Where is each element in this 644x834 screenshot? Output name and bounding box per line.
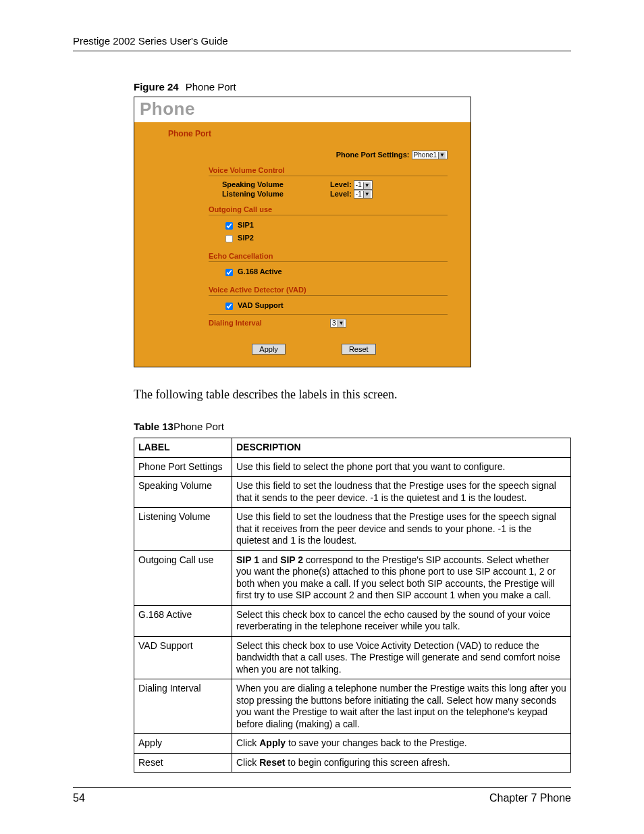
table-row: Phone Port SettingsUse this field to sel… <box>134 457 571 477</box>
table-caption: Table 13Phone Port <box>134 421 571 432</box>
speaking-volume-value: -1 <box>356 181 362 188</box>
table-row: VAD SupportSelect this check box to use … <box>134 636 571 679</box>
section-voice-volume-control: Voice Volume Control <box>209 166 460 174</box>
table-row: Outgoing Call useSIP 1 and SIP 2 corresp… <box>134 550 571 605</box>
table-title: Phone Port <box>173 421 224 432</box>
sip2-checkbox[interactable] <box>225 235 233 242</box>
dialing-interval-select[interactable]: 3▼ <box>330 319 346 328</box>
listening-volume-value: -1 <box>356 190 362 198</box>
table-phone-port: LABEL DESCRIPTION Phone Port SettingsUse… <box>134 438 571 773</box>
divider <box>209 215 448 215</box>
page-footer: 54 Chapter 7 Phone <box>73 787 571 804</box>
sip2-label: SIP2 <box>238 234 254 242</box>
figure-phone-port: Phone Phone Port Phone Port Settings: Ph… <box>134 97 471 367</box>
phone-port-settings-value: Phone1 <box>414 151 437 159</box>
sip1-label: SIP1 <box>238 221 254 229</box>
apply-button[interactable]: Apply <box>252 344 286 355</box>
section-phone-port: Phone Port <box>168 129 460 138</box>
table-cell-description: Click Reset to begin configuring this sc… <box>232 753 571 773</box>
running-header: Prestige 2002 Series User's Guide <box>73 35 571 51</box>
phone-port-settings-select[interactable]: Phone1▼ <box>412 151 448 159</box>
g168-label: G.168 Active <box>238 267 282 276</box>
speaking-volume-select[interactable]: -1▼ <box>354 180 373 189</box>
table-cell-description: SIP 1 and SIP 2 correspond to the Presti… <box>232 550 571 605</box>
table-cell-label: VAD Support <box>134 636 232 679</box>
divider <box>209 176 448 176</box>
table-row: ApplyClick Apply to save your changes ba… <box>134 734 571 754</box>
table-cell-label: Phone Port Settings <box>134 457 232 477</box>
figure-label: Figure 24 <box>134 81 179 93</box>
table-row: G.168 ActiveSelect this check box to can… <box>134 605 571 636</box>
chevron-down-icon: ▼ <box>438 152 446 159</box>
phone-port-settings-label: Phone Port Settings: <box>336 151 410 159</box>
section-vad: Voice Active Detector (VAD) <box>209 286 460 294</box>
table-cell-label: Apply <box>134 734 232 754</box>
figure-page-title: Phone <box>134 97 471 120</box>
table-cell-label: G.168 Active <box>134 605 232 636</box>
table-cell-description: Use this field to select the phone port … <box>232 457 571 477</box>
table-cell-description: Select this check box to use Voice Activ… <box>232 636 571 679</box>
table-cell-label: Dialing Interval <box>134 679 232 734</box>
page-number: 54 <box>73 792 85 804</box>
dialing-interval-label: Dialing Interval <box>209 319 330 328</box>
table-row: Speaking VolumeUse this field to set the… <box>134 477 571 508</box>
level-label: Level: <box>330 180 352 188</box>
figure-form-area: Phone Port Phone Port Settings: Phone1▼ … <box>134 122 471 367</box>
table-cell-description: When you are dialing a telephone number … <box>232 679 571 734</box>
reset-button[interactable]: Reset <box>342 344 376 355</box>
table-cell-description: Use this field to set the loudness that … <box>232 477 571 508</box>
g168-checkbox[interactable] <box>225 269 233 276</box>
table-row: Listening VolumeUse this field to set th… <box>134 508 571 551</box>
chevron-down-icon: ▼ <box>363 191 371 198</box>
table-row: Dialing IntervalWhen you are dialing a t… <box>134 679 571 734</box>
figure-title: Phone Port <box>186 81 236 93</box>
vad-support-checkbox[interactable] <box>225 303 233 310</box>
vad-support-label: VAD Support <box>238 301 284 309</box>
level-label: Level: <box>330 190 352 198</box>
sip1-checkbox[interactable] <box>225 222 233 230</box>
table-label: Table 13 <box>134 421 173 432</box>
chapter-label: Chapter 7 Phone <box>489 792 571 804</box>
table-cell-description: Use this field to set the loudness that … <box>232 508 571 551</box>
table-header-description: DESCRIPTION <box>232 438 571 458</box>
dialing-interval-value: 3 <box>332 319 336 327</box>
chevron-down-icon: ▼ <box>338 320 345 327</box>
table-cell-label: Outgoing Call use <box>134 550 232 605</box>
table-cell-description: Click Apply to save your changes back to… <box>232 734 571 754</box>
divider <box>209 295 448 296</box>
listening-volume-label: Listening Volume <box>222 190 330 199</box>
table-row: ResetClick Reset to begin configuring th… <box>134 753 571 773</box>
section-echo-cancellation: Echo Cancellation <box>209 252 460 260</box>
chevron-down-icon: ▼ <box>363 182 371 189</box>
body-paragraph: The following table describes the labels… <box>134 388 571 402</box>
table-header-label: LABEL <box>134 438 232 458</box>
table-cell-label: Speaking Volume <box>134 477 232 508</box>
figure-caption: Figure 24Phone Port <box>134 81 571 93</box>
table-cell-label: Listening Volume <box>134 508 232 551</box>
table-cell-description: Select this check box to cancel the echo… <box>232 605 571 636</box>
divider <box>209 261 448 262</box>
table-cell-label: Reset <box>134 753 232 773</box>
speaking-volume-label: Speaking Volume <box>222 180 330 189</box>
section-outgoing-call-use: Outgoing Call use <box>209 205 460 213</box>
divider <box>209 314 448 315</box>
listening-volume-select[interactable]: -1▼ <box>354 190 373 199</box>
